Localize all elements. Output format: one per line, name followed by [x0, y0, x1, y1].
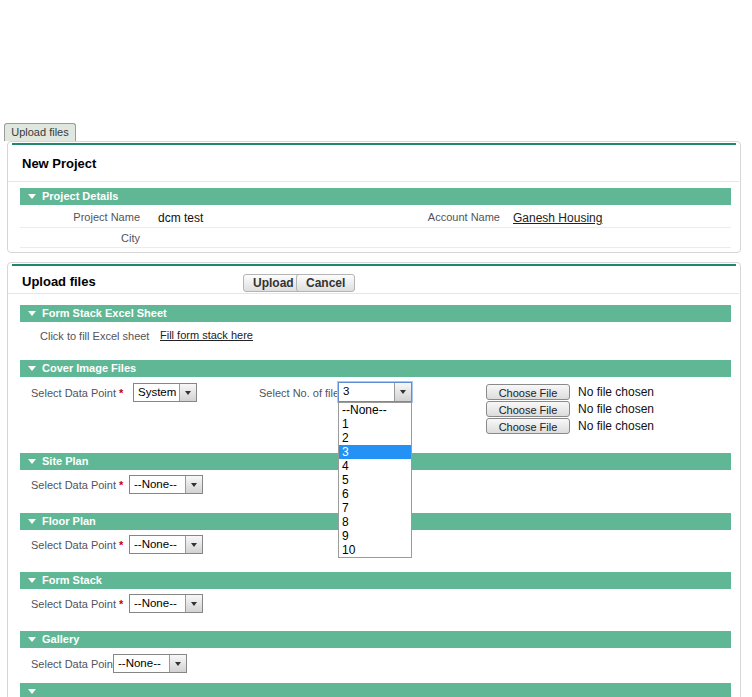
project-name-label: Project Name [20, 211, 140, 223]
dropdown-arrow-icon [169, 655, 186, 672]
section-header-label: Form Stack [42, 574, 102, 586]
dropdown-option[interactable]: 8 [339, 515, 411, 529]
collapse-triangle-icon [28, 366, 36, 371]
section-header-gallery[interactable]: Gallery [20, 631, 731, 648]
required-asterisk: * [119, 387, 123, 399]
label-text: Select Data Point [31, 479, 116, 491]
project-name-value: dcm test [158, 211, 203, 225]
account-name-label: Account Name [360, 211, 500, 223]
num-files-dropdown-list: --None-- 1 2 3 4 5 6 7 8 9 10 [338, 402, 412, 558]
label-text: Select Data Point [31, 658, 116, 670]
choose-file-button[interactable]: Choose File [486, 401, 570, 417]
collapse-triangle-icon [28, 689, 36, 694]
required-asterisk: * [119, 479, 123, 491]
select-value: --None-- [114, 655, 169, 672]
dropdown-option[interactable]: 10 [339, 543, 411, 557]
section-header-label: Site Plan [42, 455, 88, 467]
section-header-label: Project Details [42, 190, 118, 202]
page: Upload files New Project Project Details… [0, 0, 752, 697]
select-value: --None-- [130, 476, 185, 493]
select-value: 3 [339, 383, 394, 401]
panel-top-accent [12, 264, 736, 266]
label-text: Select Data Point [31, 539, 116, 551]
collapse-triangle-icon [28, 519, 36, 524]
excel-sheet-label: Click to fill Excel sheet [40, 330, 149, 342]
file-status-text: No file chosen [578, 385, 654, 399]
choose-file-button[interactable]: Choose File [486, 418, 570, 434]
data-point-label: Select Data Point* [31, 479, 123, 491]
dropdown-option[interactable]: 4 [339, 459, 411, 473]
data-point-label: Select Data Point* [31, 539, 123, 551]
section-header-project-details[interactable]: Project Details [20, 188, 731, 205]
section-header-form-stack-excel-sheet[interactable]: Form Stack Excel Sheet [20, 305, 731, 322]
dropdown-arrow-icon [394, 383, 411, 401]
select-value: --None-- [130, 595, 185, 612]
section-header-label: Gallery [42, 633, 79, 645]
cover-data-point-select[interactable]: System [133, 383, 197, 402]
dropdown-option[interactable]: 6 [339, 487, 411, 501]
section-header-form-stack[interactable]: Form Stack [20, 572, 731, 589]
panel-top-accent [12, 143, 736, 145]
data-point-label: Select Data Point* [31, 387, 123, 399]
upload-button[interactable]: Upload [243, 274, 304, 292]
label-text: Select Data Point [31, 598, 116, 610]
dropdown-option[interactable]: 2 [339, 431, 411, 445]
collapse-triangle-icon [28, 637, 36, 642]
data-point-label: Select Data Point [31, 658, 119, 670]
dropdown-arrow-icon [185, 536, 202, 553]
divider [8, 181, 739, 182]
collapse-triangle-icon [28, 311, 36, 316]
data-point-label: Select Data Point* [31, 598, 123, 610]
collapse-triangle-icon [28, 194, 36, 199]
section-header-label: Form Stack Excel Sheet [42, 307, 167, 319]
section-header-label: Floor Plan [42, 515, 96, 527]
required-asterisk: * [119, 598, 123, 610]
dropdown-arrow-icon [179, 384, 196, 401]
dropdown-option[interactable]: 1 [339, 417, 411, 431]
upload-files-title: Upload files [22, 274, 96, 289]
dropdown-option[interactable]: 9 [339, 529, 411, 543]
num-files-label: Select No. of files [259, 387, 345, 399]
page-title: New Project [22, 156, 96, 171]
dropdown-option[interactable]: 5 [339, 473, 411, 487]
choose-file-button[interactable]: Choose File [486, 384, 570, 400]
tab-upload-files[interactable]: Upload files [4, 123, 76, 141]
cancel-button[interactable]: Cancel [296, 274, 355, 292]
gallery-data-point-select[interactable]: --None-- [113, 654, 187, 673]
section-header-label: Cover Image Files [42, 362, 136, 374]
dropdown-option[interactable]: 3 [339, 445, 411, 459]
fill-form-stack-link[interactable]: Fill form stack here [160, 329, 253, 341]
dropdown-option[interactable]: 7 [339, 501, 411, 515]
section-header-cover-image-files[interactable]: Cover Image Files [20, 360, 731, 377]
floor-plan-data-point-select[interactable]: --None-- [129, 535, 203, 554]
required-asterisk: * [119, 539, 123, 551]
num-files-select[interactable]: 3 [338, 382, 412, 402]
site-plan-data-point-select[interactable]: --None-- [129, 475, 203, 494]
account-name-link[interactable]: Ganesh Housing [513, 211, 602, 225]
section-header-partial[interactable] [20, 683, 731, 697]
row-separator [20, 227, 731, 228]
dropdown-arrow-icon [185, 595, 202, 612]
collapse-triangle-icon [28, 578, 36, 583]
dropdown-option[interactable]: --None-- [339, 403, 411, 417]
dropdown-arrow-icon [185, 476, 202, 493]
divider [8, 293, 739, 294]
file-status-text: No file chosen [578, 402, 654, 416]
select-value: --None-- [130, 536, 185, 553]
label-text: Select Data Point [31, 387, 116, 399]
form-stack-data-point-select[interactable]: --None-- [129, 594, 203, 613]
collapse-triangle-icon [28, 459, 36, 464]
row-separator [20, 247, 731, 248]
select-value: System [134, 384, 179, 401]
city-label: City [20, 232, 140, 244]
file-status-text: No file chosen [578, 419, 654, 433]
